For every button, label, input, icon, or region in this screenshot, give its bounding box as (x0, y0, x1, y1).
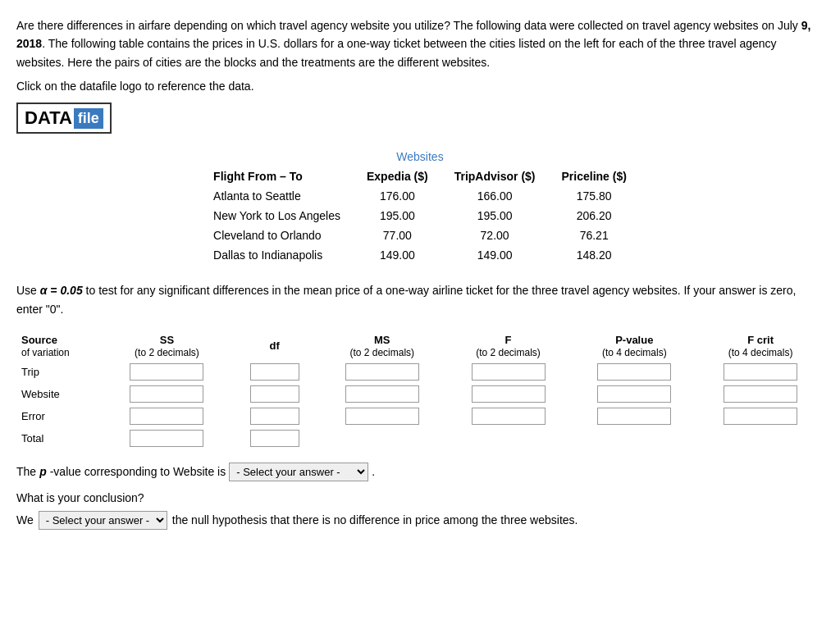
table-row: New York to Los Angeles195.00195.00206.2… (200, 206, 640, 226)
ss-input[interactable] (130, 408, 203, 425)
anova-col-f: F (to 2 decimals) (445, 331, 572, 361)
click-instruction: Click on the datafile logo to reference … (16, 80, 824, 93)
fcrit-input[interactable] (724, 363, 797, 381)
table-row: Cleveland to Orlando77.0072.0076.21 (200, 226, 640, 245)
fcrit-input[interactable] (724, 385, 797, 403)
anova-table: Source of variation SS (to 2 decimals) d… (16, 331, 824, 449)
websites-label: Websites (16, 150, 824, 163)
df-input[interactable] (250, 430, 299, 447)
f-input[interactable] (472, 408, 546, 425)
anova-row: Website (16, 383, 824, 405)
alpha-instruction: Use α = 0.05 to test for any significant… (16, 281, 824, 318)
col-priceline: Priceline ($) (549, 166, 640, 186)
anova-row: Error (16, 405, 824, 427)
file-word: file (74, 108, 103, 129)
data-word: DATA (25, 107, 72, 129)
df-input[interactable] (250, 408, 299, 425)
col-flight: Flight From – To (200, 166, 354, 186)
conclusion-select[interactable]: - Select your answer -rejectdo not rejec… (39, 511, 167, 530)
ss-input[interactable] (130, 363, 203, 381)
pvalue-input[interactable] (597, 408, 671, 425)
col-tripadvisor: TripAdvisor ($) (441, 166, 549, 186)
anova-row: Total (16, 427, 824, 449)
pvalue-input[interactable] (597, 385, 671, 403)
anova-col-ss: SS (to 2 decimals) (104, 331, 231, 361)
ms-input[interactable] (345, 363, 419, 381)
pvalue-line: The p-value corresponding to Website is … (16, 463, 824, 481)
intro-paragraph: Are there differences in airfare dependi… (16, 16, 824, 71)
anova-col-pvalue: P-value (to 4 decimals) (571, 331, 697, 361)
ss-input[interactable] (130, 385, 203, 403)
conclusion-line: We - Select your answer -rejectdo not re… (16, 511, 824, 530)
anova-col-fcrit: F crit (to 4 decimals) (697, 331, 824, 361)
flight-data-table: Flight From – To Expedia ($) TripAdvisor… (200, 166, 640, 265)
table-row: Dallas to Indianapolis149.00149.00148.20 (200, 245, 640, 265)
pvalue-select[interactable]: - Select your answer -less than 0.01betw… (229, 463, 368, 481)
f-input[interactable] (472, 363, 546, 381)
col-expedia: Expedia ($) (354, 166, 441, 186)
anova-col-ms: MS (to 2 decimals) (319, 331, 445, 361)
table-row: Atlanta to Seattle176.00166.00175.80 (200, 186, 640, 206)
ss-input[interactable] (130, 430, 203, 447)
anova-col-df: df (230, 331, 319, 361)
datafile-logo[interactable]: DATA file (16, 103, 112, 134)
anova-row: Trip (16, 361, 824, 383)
ms-input[interactable] (345, 408, 419, 425)
conclusion-label: What is your conclusion? (16, 491, 824, 504)
fcrit-input[interactable] (724, 408, 797, 425)
f-input[interactable] (472, 385, 546, 403)
df-input[interactable] (250, 385, 299, 403)
pvalue-input[interactable] (597, 363, 671, 381)
anova-col-source: Source of variation (16, 331, 104, 361)
ms-input[interactable] (345, 385, 419, 403)
df-input[interactable] (250, 363, 299, 381)
